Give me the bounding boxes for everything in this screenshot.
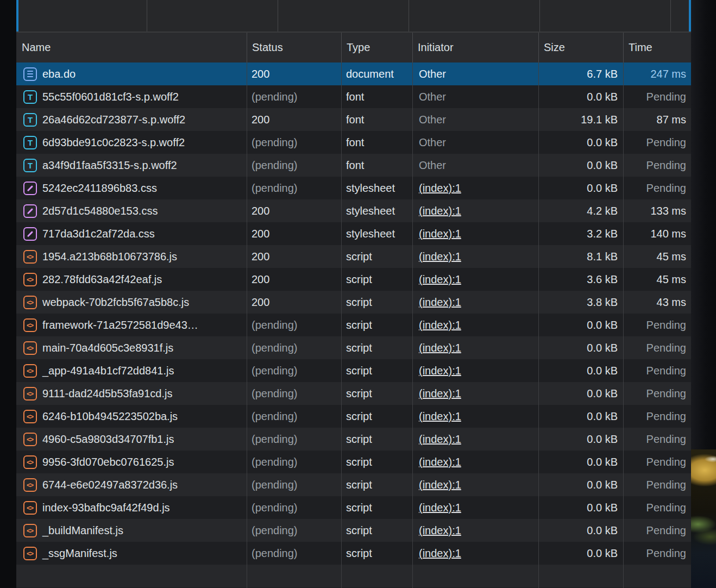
request-initiator[interactable]: (index):1 bbox=[419, 524, 461, 536]
table-row[interactable]: 282.78fdd63a42f42eaf.js 200 script (inde… bbox=[16, 268, 691, 291]
table-row[interactable]: 4960-c5a9803d34707fb1.js (pending) scrip… bbox=[16, 428, 691, 451]
request-status: (pending) bbox=[247, 428, 342, 451]
request-initiator[interactable]: (index):1 bbox=[419, 456, 461, 468]
request-size: 0.0 kB bbox=[539, 428, 624, 451]
request-time: 140 ms bbox=[624, 222, 691, 245]
request-status: (pending) bbox=[247, 519, 342, 542]
column-header-name[interactable]: Name bbox=[16, 33, 247, 62]
table-row[interactable]: 9111-dad24d5b53fa91cd.js (pending) scrip… bbox=[16, 382, 691, 405]
request-status: (pending) bbox=[247, 336, 342, 359]
request-time: Pending bbox=[624, 542, 691, 565]
document-icon bbox=[23, 67, 37, 81]
table-row[interactable]: _buildManifest.js (pending) script (inde… bbox=[16, 519, 691, 542]
request-initiator[interactable]: (index):1 bbox=[419, 387, 461, 399]
script-icon bbox=[23, 433, 37, 446]
table-row[interactable]: 55c55f0601d81cf3-s.p.woff2 (pending) fon… bbox=[16, 85, 691, 108]
column-header-initiator[interactable]: Initiator bbox=[413, 33, 539, 62]
request-size: 0.0 kB bbox=[539, 405, 624, 428]
request-initiator[interactable]: (index):1 bbox=[419, 365, 461, 377]
request-type: script bbox=[342, 336, 413, 359]
request-initiator[interactable]: (index):1 bbox=[419, 433, 461, 445]
request-type: script bbox=[342, 428, 413, 451]
request-initiator[interactable]: (index):1 bbox=[419, 479, 461, 491]
overview-gridline bbox=[670, 0, 671, 32]
script-icon bbox=[23, 410, 37, 423]
table-row[interactable]: 2d57d1c54880e153.css 200 stylesheet (ind… bbox=[16, 199, 691, 222]
request-name: 1954.a213b68b10673786.js bbox=[42, 245, 177, 268]
table-row[interactable]: 26a46d62cd723877-s.p.woff2 200 font Othe… bbox=[16, 108, 691, 131]
request-name-cell: _buildManifest.js bbox=[16, 519, 247, 542]
table-row[interactable]: 6d93bde91c0c2823-s.p.woff2 (pending) fon… bbox=[16, 131, 691, 154]
request-name: index-93bafbc9af42f49d.js bbox=[42, 496, 170, 519]
table-row[interactable]: 6246-b10b4945223502ba.js (pending) scrip… bbox=[16, 405, 691, 428]
devtools-network-panel: Name Status Type Initiator Size Time eba… bbox=[0, 0, 716, 588]
request-name-cell: 55c55f0601d81cf3-s.p.woff2 bbox=[16, 85, 247, 108]
request-initiator[interactable]: (index):1 bbox=[419, 182, 461, 194]
request-size: 19.1 kB bbox=[539, 108, 624, 131]
request-size: 0.0 kB bbox=[539, 382, 624, 405]
request-initiator-cell: Other bbox=[413, 154, 539, 177]
request-initiator[interactable]: (index):1 bbox=[419, 273, 461, 285]
request-initiator[interactable]: (index):1 bbox=[419, 319, 461, 331]
request-name: _buildManifest.js bbox=[42, 519, 123, 542]
request-type: script bbox=[342, 314, 413, 336]
column-header-type[interactable]: Type bbox=[342, 33, 413, 62]
column-header-status[interactable]: Status bbox=[247, 33, 342, 62]
request-size: 3.8 kB bbox=[539, 291, 624, 314]
request-initiator[interactable]: (index):1 bbox=[419, 342, 461, 354]
table-row[interactable]: _ssgManifest.js (pending) script (index)… bbox=[16, 542, 691, 565]
request-name: a34f9d1faa5f3315-s.p.woff2 bbox=[42, 154, 177, 177]
request-size: 0.0 kB bbox=[539, 154, 624, 177]
request-status: 200 bbox=[247, 245, 342, 268]
table-row[interactable]: 1954.a213b68b10673786.js 200 script (ind… bbox=[16, 245, 691, 268]
page-content-photo bbox=[691, 449, 716, 588]
network-overview-strip[interactable] bbox=[16, 0, 691, 33]
table-row[interactable]: 9956-3fd070ebc0761625.js (pending) scrip… bbox=[16, 451, 691, 473]
table-row[interactable]: a34f9d1faa5f3315-s.p.woff2 (pending) fon… bbox=[16, 154, 691, 177]
column-header-time[interactable]: Time bbox=[624, 33, 691, 62]
request-time: Pending bbox=[624, 496, 691, 519]
request-type: script bbox=[342, 359, 413, 382]
request-status: (pending) bbox=[247, 496, 342, 519]
stylesheet-icon bbox=[23, 204, 37, 218]
table-row[interactable]: 6744-e6e02497a8372d36.js (pending) scrip… bbox=[16, 473, 691, 496]
request-size: 0.0 kB bbox=[539, 85, 624, 108]
request-size bbox=[539, 565, 624, 587]
request-size: 3.6 kB bbox=[539, 268, 624, 291]
request-initiator[interactable]: (index):1 bbox=[419, 296, 461, 308]
request-initiator[interactable]: (index):1 bbox=[419, 547, 461, 559]
request-type bbox=[342, 565, 413, 587]
request-time: Pending bbox=[624, 451, 691, 473]
request-name: 717da3d1c2af72da.css bbox=[42, 222, 155, 245]
table-row[interactable]: main-70a4d605c3e8931f.js (pending) scrip… bbox=[16, 336, 691, 359]
request-time: Pending bbox=[624, 382, 691, 405]
script-icon bbox=[23, 547, 37, 560]
request-initiator: Other bbox=[419, 68, 446, 80]
table-row[interactable]: 5242ec2411896b83.css (pending) styleshee… bbox=[16, 177, 691, 199]
script-icon bbox=[23, 501, 37, 515]
overview-gridline bbox=[539, 0, 540, 32]
column-header-size[interactable]: Size bbox=[539, 33, 624, 62]
table-row[interactable]: webpack-70b2fcb5f67a5b8c.js 200 script (… bbox=[16, 291, 691, 314]
table-row[interactable]: framework-71a2572581d9e43… (pending) scr… bbox=[16, 314, 691, 336]
request-initiator[interactable]: (index):1 bbox=[419, 502, 461, 514]
request-initiator[interactable]: (index):1 bbox=[419, 228, 461, 240]
request-initiator[interactable]: (index):1 bbox=[419, 205, 461, 217]
script-icon bbox=[23, 524, 37, 537]
request-type: script bbox=[342, 268, 413, 291]
request-type: stylesheet bbox=[342, 222, 413, 245]
overview-right-handle[interactable] bbox=[689, 0, 691, 32]
table-row[interactable]: 717da3d1c2af72da.css 200 stylesheet (ind… bbox=[16, 222, 691, 245]
request-name-cell: index-93bafbc9af42f49d.js bbox=[16, 496, 247, 519]
script-icon bbox=[23, 341, 37, 355]
request-name-cell bbox=[16, 565, 247, 587]
overview-left-handle[interactable] bbox=[16, 0, 18, 32]
request-initiator[interactable]: (index):1 bbox=[419, 410, 461, 422]
request-status: (pending) bbox=[247, 405, 342, 428]
request-type: font bbox=[342, 85, 413, 108]
font-icon bbox=[23, 136, 37, 149]
table-row[interactable]: _app-491a4b1cf72dd841.js (pending) scrip… bbox=[16, 359, 691, 382]
table-row[interactable]: eba.do 200 document Other 6.7 kB 247 ms bbox=[16, 62, 691, 85]
request-initiator[interactable]: (index):1 bbox=[419, 251, 461, 262]
table-row[interactable]: index-93bafbc9af42f49d.js (pending) scri… bbox=[16, 496, 691, 519]
